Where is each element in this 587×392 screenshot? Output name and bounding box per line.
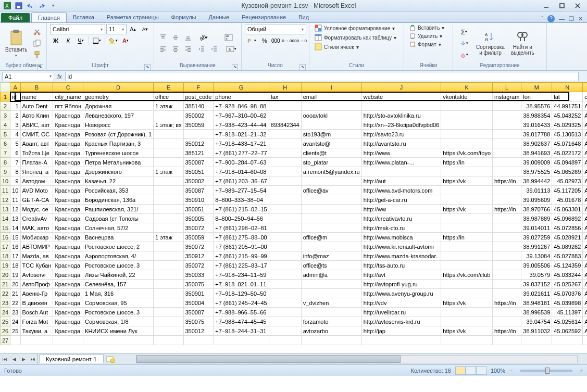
cell[interactable]: 45.01678 (552, 195, 583, 205)
cell[interactable] (183, 130, 214, 139)
cell[interactable]: 45.062592 (552, 326, 583, 336)
cell[interactable]: 350075 (183, 280, 214, 289)
cell[interactable]: 893842344 (269, 120, 301, 130)
cell[interactable]: Bosch Aut (20, 308, 53, 317)
cell[interactable]: Краснода (53, 298, 83, 308)
cell[interactable]: http://uvelircar.ru (361, 308, 441, 317)
cell[interactable]: Ростовское шоссе, 3 (83, 308, 154, 317)
cell[interactable]: 1 этаж (154, 167, 183, 176)
cell[interactable]: 350087 (183, 308, 214, 317)
cell[interactable] (493, 148, 521, 158)
cell[interactable]: 45.02973 (552, 176, 583, 186)
cell[interactable]: Автосерви (583, 120, 587, 130)
cell[interactable]: Мобискар (20, 233, 53, 242)
cell[interactable] (301, 176, 361, 186)
cell[interactable] (441, 102, 493, 111)
cell[interactable]: Автосерви (583, 167, 587, 176)
col-header-L[interactable]: L (493, 83, 521, 92)
cell[interactable] (441, 120, 493, 130)
sort-filter-button[interactable]: АЯ Сортировка и фильтр (474, 30, 507, 57)
cell[interactable]: 350033 (183, 270, 214, 280)
cell[interactable] (301, 195, 361, 205)
cell[interactable] (493, 233, 521, 242)
cell[interactable]: Краснода (53, 242, 83, 251)
cell[interactable]: https://in (493, 176, 521, 186)
cell[interactable]: 38.95576 (521, 102, 552, 111)
cell[interactable] (269, 298, 301, 308)
cell[interactable]: http://avtoservis-krd.ru (361, 317, 441, 326)
cell[interactable]: 16 (10, 242, 20, 251)
cell[interactable]: 45.089262 (552, 242, 583, 251)
cell[interactable]: Солнечная, 57/2 (83, 223, 154, 233)
cell[interactable] (269, 167, 301, 176)
cell[interactable]: Forza Mot (20, 317, 53, 326)
align-right-button[interactable] (182, 44, 194, 54)
increase-font-button[interactable]: A▴ (128, 24, 139, 34)
cell[interactable] (154, 261, 183, 270)
conditional-formatting-button[interactable]: Условное форматирование ▾ (313, 24, 401, 32)
cell[interactable]: Mazda, ав (20, 251, 53, 261)
undo-icon[interactable] (25, 1, 35, 10)
cell[interactable]: 45.025614 (552, 317, 583, 326)
cell[interactable]: 350072 (183, 261, 214, 270)
cell[interactable]: forzamoto (301, 317, 361, 326)
cell[interactable]: 45.043252 (552, 111, 583, 120)
row-header[interactable]: 21 (1, 280, 10, 289)
bold-button[interactable]: Ж (50, 35, 61, 46)
cell[interactable] (154, 298, 183, 308)
cell[interactable]: 39.016433 (521, 120, 552, 130)
font-color-button[interactable]: A▾ (120, 35, 131, 46)
zoom-slider[interactable] (520, 370, 572, 372)
col-header-A[interactable]: A (10, 83, 20, 92)
cell[interactable] (269, 317, 301, 326)
row-header[interactable]: 26 (1, 326, 10, 336)
decrease-font-button[interactable]: A▾ (140, 24, 151, 34)
cell[interactable] (154, 242, 183, 251)
cell[interactable]: Краснода (53, 167, 83, 176)
tab-Вид[interactable]: Вид (292, 12, 315, 22)
cell[interactable]: https://vk (441, 176, 493, 186)
cell[interactable]: 45.071648 (552, 139, 583, 148)
row-header[interactable]: 2 (1, 102, 10, 111)
clear-button[interactable]: ▾ (456, 49, 472, 60)
merge-button[interactable]: a▾ (222, 44, 241, 54)
cell[interactable]: 350075 (183, 317, 214, 326)
cell[interactable]: oooavtokl (301, 111, 361, 120)
row-header[interactable]: 18 (1, 251, 10, 261)
cell[interactable]: 15 (10, 233, 20, 242)
cell[interactable]: Автосерви (583, 214, 587, 223)
cell[interactable]: 350012 (183, 139, 214, 148)
cell[interactable]: http://www.avenyu-group.ru (361, 289, 441, 298)
redo-icon[interactable] (36, 1, 47, 10)
format-cells-button[interactable]: Формат ▾ (407, 41, 449, 48)
cell[interactable]: 1 этаж (154, 233, 183, 242)
cell[interactable]: Сормовская, 95 (83, 298, 154, 308)
cell[interactable]: 39.027259 (521, 233, 552, 242)
cell[interactable]: Автосерви (583, 251, 587, 261)
col-header-K[interactable]: K (441, 83, 493, 92)
cell[interactable]: email (301, 92, 361, 102)
cell[interactable] (214, 336, 269, 345)
row-header[interactable]: 22 (1, 289, 10, 298)
cell[interactable]: СМИТ, ОС (20, 130, 53, 139)
alignment-launcher[interactable]: ⬊ (232, 64, 238, 70)
cell[interactable]: office (154, 92, 183, 102)
cell[interactable]: Краснода (53, 205, 83, 214)
cell[interactable]: +7 (861) 215–02–15 (214, 205, 269, 214)
cell[interactable]: +7 (861) 215–99–99 (214, 251, 269, 261)
cell[interactable]: АВТОМИР (20, 242, 53, 251)
cell[interactable]: clients@t (301, 148, 361, 158)
cell[interactable]: 39.009009 (521, 158, 552, 167)
cell[interactable]: 350002 (183, 111, 214, 120)
align-left-button[interactable] (157, 44, 169, 54)
cell[interactable]: 45.124359 (552, 261, 583, 270)
autosum-button[interactable]: Σ ▾ (456, 27, 472, 37)
formula-bar[interactable]: id (65, 72, 579, 81)
cell[interactable]: v_dvizhen (301, 298, 361, 308)
cell[interactable]: admin@a (301, 270, 361, 280)
col-header-E[interactable]: E (154, 83, 183, 92)
cell[interactable] (269, 205, 301, 214)
cell[interactable]: 6 (10, 148, 20, 158)
cell[interactable]: +7 (861) 298–02–81 (214, 223, 269, 233)
cell[interactable]: https://in (441, 158, 493, 167)
